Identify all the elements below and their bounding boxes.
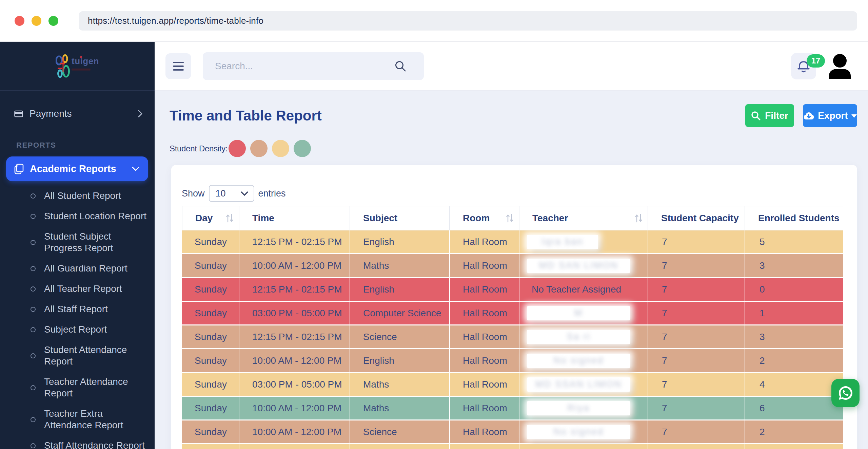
whatsapp-button[interactable] [831, 379, 860, 407]
cell-teacher: Sa ri [519, 325, 648, 349]
page-size-value: 10 [216, 188, 226, 199]
sidebar-subitem-all-teacher-report[interactable]: All Teacher Report [0, 279, 155, 299]
sidebar-subitem-teacher-extra attendance-report[interactable]: Teacher Extra Attendance Report [0, 404, 155, 435]
sidebar-subitem-label: Staff Attendance Report [44, 440, 145, 449]
sidebar-item-payments[interactable]: Payments [0, 104, 155, 123]
avatar[interactable] [826, 54, 854, 79]
cell-subject: Maths [350, 397, 450, 420]
notification-badge: 17 [807, 54, 825, 68]
sidebar-subitem-all-student-report[interactable]: All Student Report [0, 186, 155, 206]
cell-room: Hall Room [450, 373, 519, 397]
cell-teacher: Iqra ban [519, 230, 648, 254]
teacher-name: No Teacher Assigned [527, 284, 621, 295]
page-size-select[interactable]: 10 [209, 185, 254, 202]
cell-empty [182, 444, 239, 449]
redacted-ghost-text: No signed [553, 427, 604, 437]
cell-student-capacity: 7 [648, 420, 745, 444]
logo-accent-dot [80, 56, 82, 58]
cell-enrolled-students: 2 [745, 420, 843, 444]
export-button[interactable]: Export [803, 104, 857, 127]
table-row: Sunday10:00 AM - 12:00 PMMathsHall RoomR… [182, 397, 843, 420]
menu-toggle-button[interactable] [165, 53, 191, 79]
cell-enrolled-students: 3 [745, 254, 843, 278]
redacted-teacher-name: Riya [527, 401, 630, 415]
cell-room: Hall Room [450, 254, 519, 278]
redacted-ghost-text: Sa ri [567, 332, 591, 342]
sidebar-subitem-label: All Teacher Report [44, 283, 122, 295]
column-header-room[interactable]: Room [450, 206, 519, 230]
redacted-teacher-name: Sa ri [527, 330, 630, 344]
sidebar-subitem-label: Teacher Attendance Report [44, 376, 128, 399]
column-header-label: Day [195, 213, 213, 224]
cell-time: 12:15 PM - 02:15 PM [239, 230, 350, 254]
show-entries: Show 10 entries [182, 185, 857, 202]
search-icon [395, 60, 406, 72]
content: Time and Table Report Filter [155, 91, 868, 449]
caret-down-icon [851, 114, 857, 118]
cell-room: Hall Room [450, 420, 519, 444]
cell-room: Hall Room [450, 397, 519, 420]
redacted-teacher-name: M [527, 306, 630, 320]
sidebar-subitem-student-attendance report[interactable]: Student Attendance Report [0, 340, 155, 372]
cell-subject: Science [350, 325, 450, 349]
sidebar-subitem-label: Student Attendance Report [44, 344, 127, 367]
sidebar-subitem-teacher-attendance report[interactable]: Teacher Attendance Report [0, 372, 155, 404]
sidebar-subitem-all-staff-report[interactable]: All Staff Report [0, 299, 155, 319]
cell-student-capacity: 7 [648, 373, 745, 397]
redacted-teacher-name: MD SSAN LIMON [527, 377, 630, 392]
bullet-icon [31, 193, 36, 199]
sidebar-subitem-all-guardian-report[interactable]: All Guardian Report [0, 258, 155, 279]
copy-icon [14, 163, 24, 175]
cell-teacher: MD SAN LIMON [519, 254, 648, 278]
redacted-teacher-name: Iqra ban [527, 235, 598, 249]
topbar: Search... 17 [155, 42, 868, 91]
logo-text: tuigen [72, 56, 99, 66]
cell-room: Hall Room [450, 349, 519, 373]
tuigen-logo-icon [56, 54, 71, 78]
filter-button-label: Filter [765, 110, 788, 121]
table-row: Sunday10:00 AM - 12:00 PMEnglishHall Roo… [182, 349, 843, 373]
cell-subject: Computer Science [350, 302, 450, 325]
show-label: Show [182, 188, 205, 199]
chevron-down-icon [241, 191, 248, 196]
report-table: DayTimeSubjectRoomTeacherStudent Capacit… [182, 206, 843, 449]
cell-room: Hall Room [450, 302, 519, 325]
window-zoom-button[interactable] [48, 16, 58, 26]
redacted-teacher-name: No signed [527, 425, 630, 439]
sidebar-subitem-label: All Guardian Report [44, 263, 127, 274]
address-bar[interactable]: https://test.tuigen.app/reports/time-tab… [79, 11, 857, 31]
main: Search... 17 [155, 42, 868, 449]
page-title: Time and Table Report [170, 108, 322, 124]
column-header-teacher[interactable]: Teacher [519, 206, 648, 230]
density-dot-yellow [272, 140, 289, 157]
chevron-right-icon [138, 110, 142, 117]
report-card: Show 10 entries DayTimeSu [171, 165, 857, 449]
sidebar-subitem-staff-attendance-report[interactable]: Staff Attendance Report [0, 435, 155, 449]
redacted-ghost-text: No signed [553, 355, 604, 366]
logo[interactable]: tuigen [0, 42, 155, 91]
sidebar-subitem-label: All Student Report [44, 190, 121, 202]
notifications-button[interactable]: 17 [791, 53, 816, 79]
column-header-subject: Subject [350, 206, 450, 230]
bullet-icon [31, 286, 36, 292]
cell-subject: Maths [350, 373, 450, 397]
sidebar-subitem-subject-report[interactable]: Subject Report [0, 319, 155, 340]
cell-student-capacity: 7 [648, 278, 745, 302]
sidebar-subitem-label: Student Location Report [44, 210, 146, 222]
filter-button[interactable]: Filter [745, 104, 794, 127]
cell-subject: Science [350, 420, 450, 444]
sidebar-item-academic-reports[interactable]: Academic Reports [6, 156, 148, 181]
window-close-button[interactable] [15, 16, 24, 26]
window-minimize-button[interactable] [32, 16, 41, 26]
sidebar-subitem-student-subject progress-report[interactable]: Student Subject Progress Report [0, 226, 155, 258]
column-header-day[interactable]: Day [182, 206, 239, 230]
redacted-teacher-name: No signed [527, 354, 630, 368]
table-row: Sunday10:00 AM - 12:00 PMScienceHall Roo… [182, 420, 843, 444]
sidebar-subnav: All Student ReportStudent Location Repor… [0, 186, 155, 449]
cell-teacher: M [519, 302, 648, 325]
cell-time: 10:00 AM - 12:00 PM [239, 254, 350, 278]
sidebar-subitem-student-location-report[interactable]: Student Location Report [0, 206, 155, 226]
column-header-student-capacity: Student Capacity [648, 206, 745, 230]
cell-enrolled-students: 4 [745, 373, 843, 397]
search-input[interactable]: Search... [203, 52, 424, 80]
